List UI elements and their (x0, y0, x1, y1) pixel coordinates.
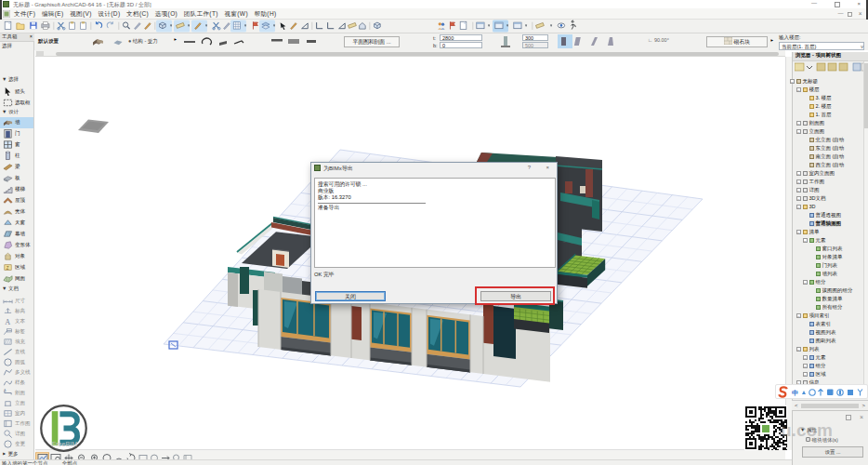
svg-text:FreeBIM: FreeBIM (52, 441, 77, 448)
svg-text:A: A (4, 389, 7, 392)
svg-text:A: A (5, 318, 10, 326)
svg-text:Z: Z (7, 266, 9, 271)
